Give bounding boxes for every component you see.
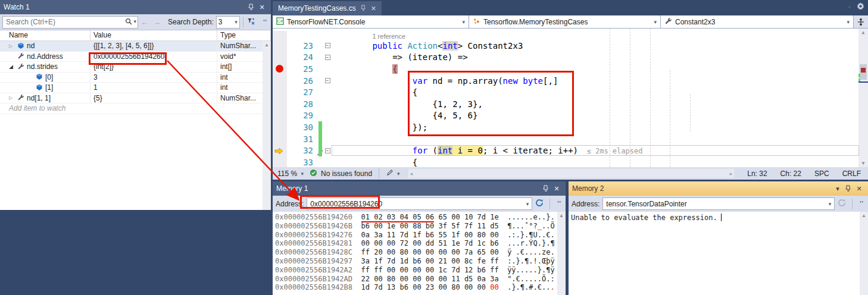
gear-icon[interactable] (857, 2, 864, 12)
watch-value-cell[interactable]: 0x000002556b194260 (90, 52, 217, 62)
window-menu-icon[interactable]: ▾ (530, 185, 541, 193)
collapse-icon[interactable]: − (325, 43, 330, 48)
watch-scrollbar[interactable]: ▲ (263, 41, 271, 210)
breakpoint-gutter[interactable] (273, 98, 287, 110)
column-indicator[interactable]: Ch: 22 (776, 170, 806, 178)
watch-value-cell[interactable]: 3 (90, 73, 217, 83)
memory-row[interactable]: 0x000002556B1942AD 22 00 80 00 00 00 00 … (275, 275, 566, 284)
expander-icon[interactable]: ▷ (9, 95, 15, 101)
code-line[interactable]: 28{1, 2, 3}, (273, 98, 858, 110)
memory-row[interactable]: 0x000002556B19426B b6 00 1e 00 88 b0 3f … (275, 222, 566, 231)
forward-arrow-icon[interactable]: → (151, 18, 163, 27)
code-line[interactable]: 1 reference (273, 31, 858, 40)
code-line[interactable]: 27{ (273, 86, 858, 98)
watch-value-cell[interactable]: 1 (90, 83, 217, 93)
pin-icon[interactable] (843, 185, 854, 193)
breakpoint-gutter[interactable] (273, 52, 287, 64)
watch-row[interactable]: nd.Address0x000002556b194260void* (0, 52, 271, 62)
close-icon[interactable]: ✕ (257, 4, 267, 11)
memory2-address-input[interactable]: tensor.TensorDataPointer▾ (602, 197, 835, 210)
breakpoint-gutter[interactable] (273, 145, 287, 156)
memory-hex[interactable]: 0a 3a 11 7d 1f b6 55 1f 00 80 00 (361, 231, 499, 239)
memory1-title-bar[interactable]: Memory 1 ▾ ✕ (273, 181, 566, 196)
memory-row[interactable]: 0x000002556B19428C ff 20 00 80 00 00 00 … (275, 248, 566, 257)
watch-row[interactable]: ▷nd[1, 1]{5}NumShar... (0, 93, 271, 104)
close-icon[interactable]: ✕ (371, 5, 376, 12)
memory-hex[interactable]: ff ff 00 00 00 00 1c 7d 12 b6 ff (361, 266, 499, 274)
breakpoint-gutter[interactable] (273, 156, 287, 167)
toolbar-overflow[interactable]: '' (858, 200, 865, 207)
back-arrow-icon[interactable]: ← (138, 18, 151, 27)
memory-hex[interactable]: 3a 1f 7d 1d b6 00 21 00 8c fe ff (361, 257, 499, 265)
breakpoint-icon[interactable] (276, 65, 283, 73)
editor-vertical-scrollbar[interactable]: ▲ ▼ (858, 29, 868, 167)
watch-value-cell[interactable]: {[[1, 2, 3], [4, 5, 6]]} (90, 41, 217, 51)
window-menu-icon[interactable]: ▾ (848, 4, 851, 10)
memory1-scrollbar[interactable]: ▲ (557, 212, 566, 295)
issues-label[interactable]: No issues found (321, 170, 372, 178)
code-line[interactable]: 26−var nd = np.array(new byte[,] (273, 75, 858, 87)
expander-icon[interactable]: ▷ (9, 43, 15, 49)
type-dropdown[interactable]: Tensorflow.MemoryTestingCases ▾ (469, 15, 661, 28)
search-depth-select[interactable]: 3▾ (216, 16, 240, 29)
member-dropdown[interactable]: Constant2x3 ▾ (661, 15, 854, 28)
code-area[interactable]: 1 reference23−public Action<int> Constan… (273, 29, 868, 167)
toolbar-overflow[interactable]: '' (262, 19, 268, 26)
watch-grid-header[interactable]: Name Value Type (0, 30, 271, 41)
pin-icon[interactable] (246, 4, 257, 11)
toolbar-overflow[interactable]: '' (556, 200, 563, 207)
watch-row[interactable]: ▷nd{[[1, 2, 3], [4, 5, 6]]}NumShar... (0, 41, 271, 52)
breakpoint-gutter[interactable] (273, 86, 287, 98)
breakpoint-gutter[interactable] (273, 75, 287, 87)
memory2-scrollbar[interactable]: ▲ (860, 212, 868, 295)
memory-hex[interactable]: b6 00 1e 00 88 b0 3f 5f 7f 11 d5 (361, 222, 499, 230)
code-line[interactable]: 29{4, 5, 6} (273, 110, 858, 122)
code-line[interactable]: 23−public Action<int> Constant2x3 (273, 40, 858, 52)
code-line[interactable]: 24−=> (iterate) => (273, 52, 858, 64)
project-dropdown[interactable]: C# TensorFlowNET.Console ▾ (273, 15, 469, 28)
pin-icon[interactable] (361, 5, 366, 12)
expander-icon[interactable]: ◢ (9, 64, 15, 70)
memory-row[interactable]: 0x000002556B1942A2 ff ff 00 00 00 00 1c … (275, 266, 566, 275)
window-menu-icon[interactable]: ▾ (235, 4, 246, 11)
memory-row[interactable]: 0x000002556B194297 3a 1f 7d 1d b6 00 21 … (275, 257, 566, 266)
breakpoint-gutter[interactable] (273, 121, 287, 133)
editor-horizontal-scrollbar[interactable]: ◂▸ (408, 169, 735, 178)
watch-row[interactable]: [0]3int (0, 73, 271, 83)
breakpoint-gutter[interactable] (273, 63, 287, 75)
code-line[interactable]: 33{ (273, 156, 858, 167)
collapse-icon[interactable]: − (325, 55, 330, 60)
eol-indicator[interactable]: CRLF (838, 170, 866, 178)
zoom-dropdown[interactable]: 115 %▾ (275, 168, 306, 178)
memory-hex[interactable]: 22 00 80 00 00 00 00 11 d5 0a 3a (361, 275, 499, 283)
memory-row[interactable]: 0x000002556B1942B8 1d 7d 13 b6 00 23 00 … (275, 283, 566, 292)
space-mode-indicator[interactable]: SPC (810, 170, 834, 178)
breakpoint-gutter[interactable] (273, 133, 287, 145)
refresh-icon[interactable] (535, 199, 544, 209)
breakpoint-gutter[interactable] (273, 31, 287, 40)
memory-hex[interactable]: 65 00 10 7d 1e (434, 213, 498, 221)
memory1-dump[interactable]: 0x000002556B194260 01 02 03 04 05 06 65 … (273, 212, 566, 292)
close-icon[interactable]: ✕ (551, 185, 562, 193)
collapse-icon[interactable]: − (325, 148, 330, 153)
collapse-icon[interactable]: − (325, 78, 330, 83)
pen-icon[interactable] (386, 169, 394, 178)
breakpoint-gutter[interactable] (273, 110, 287, 122)
watch-value-cell[interactable]: {int[2]} (90, 62, 217, 72)
split-window-icon[interactable] (854, 15, 868, 28)
filter-pin-icon[interactable] (246, 17, 255, 27)
memory1-address-input[interactable]: 0x000002556B194260▾ (307, 197, 532, 210)
watch-value-cell[interactable]: {5} (90, 93, 217, 103)
window-menu-icon[interactable]: ▾ (832, 185, 843, 193)
line-indicator[interactable]: Ln: 32 (742, 170, 772, 178)
code-line[interactable]: 30}); (273, 121, 858, 133)
close-icon[interactable]: ✕ (854, 185, 864, 193)
memory-hex[interactable]: 1d 7d 13 b6 00 23 00 80 00 00 (361, 283, 486, 291)
memory-hex[interactable]: ff 20 00 80 00 00 00 00 7a 65 00 (361, 248, 499, 256)
memory-hex[interactable]: 00 00 00 72 00 dd 51 1e 7d 1c b6 (361, 239, 499, 247)
add-watch-row[interactable]: Add item to watch (0, 103, 271, 114)
tab-memorytestingcases[interactable]: MemoryTestingCases.cs ✕ (273, 1, 382, 15)
watch-title-bar[interactable]: Watch 1 ▾ ✕ (0, 0, 271, 14)
memory-hex-changed[interactable]: 00 (486, 283, 499, 291)
watch-row[interactable]: ◢nd.strides{int[2]}int[] (0, 62, 271, 73)
